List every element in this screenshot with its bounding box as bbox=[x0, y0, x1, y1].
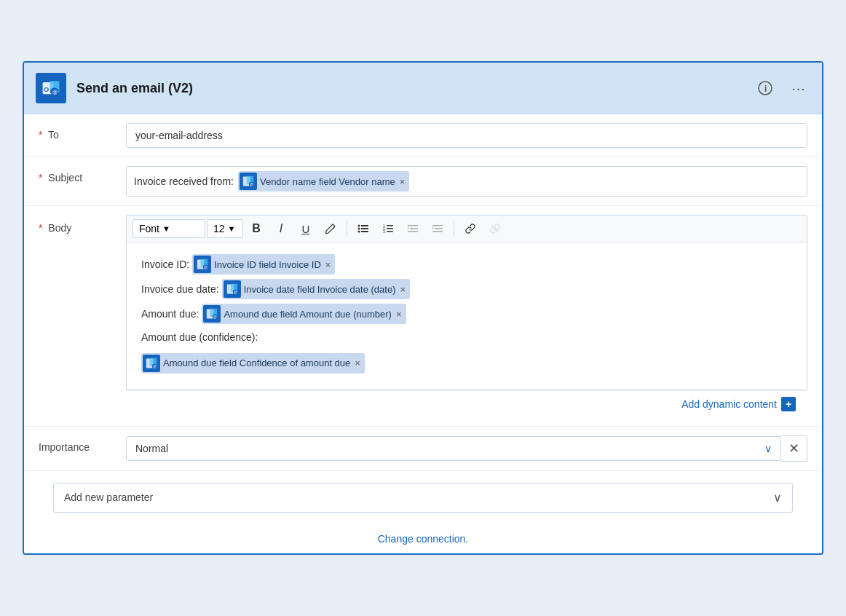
svg-rect-14 bbox=[361, 225, 368, 226]
svg-rect-26 bbox=[432, 225, 443, 226]
add-dynamic-content-button[interactable]: Add dynamic content + bbox=[681, 397, 796, 411]
subject-row: * Subject Invoice received from: @ bbox=[24, 157, 822, 206]
amount-due-token-icon: @ bbox=[203, 305, 221, 323]
subject-text: Invoice received from: bbox=[134, 175, 234, 187]
add-param-section: Add new parameter ∨ bbox=[24, 471, 822, 524]
font-select[interactable]: Font ▼ bbox=[133, 219, 205, 238]
svg-rect-24 bbox=[410, 228, 418, 229]
font-size-select[interactable]: 12 ▼ bbox=[207, 219, 243, 238]
card-header: O @ Send an email (V2) i ··· bbox=[24, 63, 822, 114]
svg-text:@: @ bbox=[234, 291, 237, 295]
body-editor: Font ▼ 12 ▼ B I bbox=[126, 215, 807, 390]
importance-row: Importance Normal ∨ ✕ bbox=[24, 427, 822, 471]
invoice-id-token-icon: @ bbox=[194, 256, 211, 273]
to-input[interactable] bbox=[126, 123, 807, 148]
plus-icon: + bbox=[781, 397, 796, 411]
form-body: * To * Subject Invoice received from: bbox=[24, 114, 822, 470]
invoice-date-token: @ Invoice date field Invoice date (date)… bbox=[222, 279, 410, 299]
footer: Change connection. bbox=[24, 524, 822, 553]
amount-due-token: @ Amound due field Amount due (number) × bbox=[202, 304, 406, 324]
invoice-id-token-remove[interactable]: × bbox=[324, 260, 331, 269]
add-param-chevron-icon: ∨ bbox=[773, 491, 782, 505]
add-new-parameter-button[interactable]: Add new parameter ∨ bbox=[53, 483, 793, 513]
body-line-amount-due-text: Amount due: bbox=[141, 305, 199, 323]
confidence-token-remove[interactable]: × bbox=[353, 358, 360, 368]
body-line-due-date: Invoice due date: @ bbox=[141, 279, 792, 299]
svg-rect-20 bbox=[387, 225, 393, 226]
to-label: * To bbox=[39, 123, 126, 141]
confidence-token-label: Amound due field Confidence of amount du… bbox=[163, 355, 350, 371]
subject-token: @ Vendor name field Vendor name × bbox=[238, 171, 409, 191]
svg-text:3.: 3. bbox=[383, 229, 386, 234]
body-content[interactable]: Invoice ID: @ bbox=[127, 242, 807, 389]
importance-label: Importance bbox=[39, 435, 126, 453]
body-row: * Body Font ▼ 12 ▼ bbox=[24, 206, 822, 426]
subject-token-label: Vendor name field Vendor name bbox=[260, 176, 395, 187]
subject-label: * Subject bbox=[39, 166, 126, 183]
invoice-date-token-icon: @ bbox=[224, 280, 241, 298]
importance-select[interactable]: Normal ∨ bbox=[126, 436, 781, 461]
underline-button[interactable]: U bbox=[294, 218, 317, 239]
subject-required-star: * bbox=[39, 172, 42, 183]
to-row: * To bbox=[24, 114, 822, 157]
add-dynamic-row: Add dynamic content + bbox=[126, 390, 807, 417]
svg-rect-16 bbox=[361, 231, 368, 232]
body-line-confidence: Amount due (confidence): @ bbox=[141, 328, 792, 373]
outlook-icon: O @ bbox=[36, 73, 66, 103]
svg-rect-15 bbox=[361, 228, 368, 229]
decrease-indent-button[interactable] bbox=[401, 218, 424, 239]
svg-text:@: @ bbox=[213, 316, 217, 320]
change-connection-link[interactable]: Change connection. bbox=[378, 533, 469, 545]
subject-input-wrap: Invoice received from: @ Vendor name fie… bbox=[126, 166, 807, 197]
subject-token-icon: @ bbox=[240, 173, 257, 190]
invoice-id-token: @ Invoice ID field Invoice ID × bbox=[192, 254, 335, 275]
body-line-invoice-id-text: Invoice ID: bbox=[141, 256, 189, 274]
more-options-button[interactable]: ··· bbox=[787, 76, 810, 100]
unlink-button[interactable] bbox=[483, 218, 507, 239]
font-dropdown-icon: ▼ bbox=[162, 224, 170, 233]
svg-rect-23 bbox=[408, 225, 418, 226]
italic-button[interactable]: I bbox=[269, 218, 293, 239]
toolbar-divider-1 bbox=[347, 221, 347, 236]
unordered-list-button[interactable] bbox=[352, 218, 375, 239]
add-dynamic-content-label: Add dynamic content bbox=[681, 398, 777, 410]
invoice-date-token-remove[interactable]: × bbox=[399, 285, 406, 294]
info-button[interactable]: i bbox=[754, 76, 777, 100]
svg-text:i: i bbox=[764, 84, 767, 94]
amount-due-token-label: Amound due field Amount due (number) bbox=[224, 306, 392, 323]
importance-clear-button[interactable]: ✕ bbox=[781, 435, 807, 462]
svg-text:@: @ bbox=[250, 183, 253, 187]
body-label: * Body bbox=[39, 215, 126, 234]
subject-box[interactable]: Invoice received from: @ Vendor name fie… bbox=[126, 166, 807, 197]
header-title: Send an email (V2) bbox=[76, 81, 754, 96]
svg-text:O: O bbox=[44, 86, 49, 93]
ordered-list-button[interactable]: 1. 2. 3. bbox=[376, 218, 400, 239]
svg-rect-22 bbox=[387, 231, 393, 232]
subject-token-remove[interactable]: × bbox=[398, 177, 406, 186]
header-actions: i ··· bbox=[754, 76, 810, 100]
importance-control-wrap: Normal ∨ ✕ bbox=[126, 435, 807, 462]
svg-point-13 bbox=[358, 231, 360, 233]
invoice-id-token-label: Invoice ID field Invoice ID bbox=[214, 256, 321, 273]
bold-button[interactable]: B bbox=[245, 218, 268, 239]
increase-indent-button[interactable] bbox=[426, 218, 449, 239]
body-wrap: Font ▼ 12 ▼ B I bbox=[126, 215, 807, 416]
invoice-date-token-label: Invoice date field Invoice date (date) bbox=[244, 281, 396, 298]
svg-rect-21 bbox=[387, 228, 393, 229]
clear-icon: ✕ bbox=[788, 441, 799, 457]
svg-rect-28 bbox=[432, 231, 443, 232]
to-required-star: * bbox=[39, 129, 42, 141]
svg-point-11 bbox=[358, 225, 360, 227]
toolbar-divider-2 bbox=[454, 221, 454, 236]
body-required-star: * bbox=[39, 222, 42, 234]
pen-button[interactable] bbox=[319, 218, 342, 239]
importance-control: Normal ∨ ✕ bbox=[126, 435, 807, 462]
to-input-wrap bbox=[126, 123, 807, 148]
body-toolbar: Font ▼ 12 ▼ B I bbox=[127, 216, 807, 242]
link-button[interactable] bbox=[459, 218, 482, 239]
svg-rect-27 bbox=[435, 228, 443, 229]
email-card: O @ Send an email (V2) i ··· * To bbox=[23, 61, 823, 554]
svg-text:@: @ bbox=[204, 266, 207, 270]
body-line-due-date-text: Invoice due date: bbox=[141, 280, 219, 299]
amount-due-token-remove[interactable]: × bbox=[395, 309, 402, 319]
